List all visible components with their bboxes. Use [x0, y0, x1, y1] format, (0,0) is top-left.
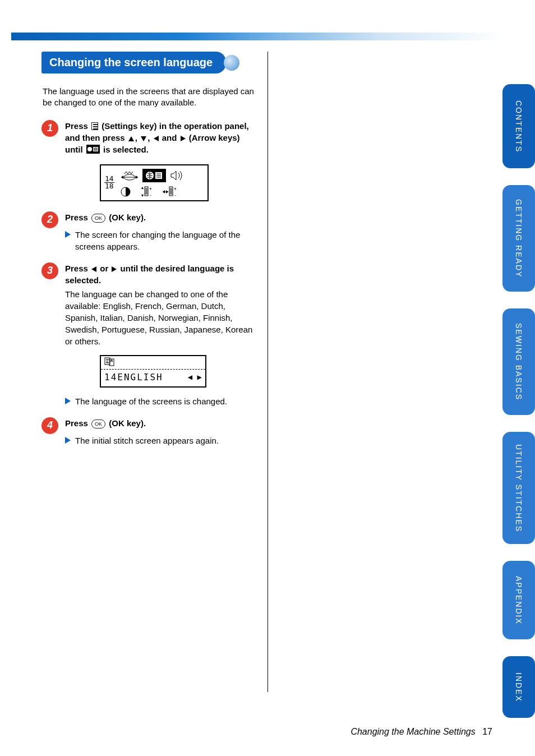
lcd-row-1 [120, 169, 185, 182]
step-4-title: Press OK (OK key). [65, 417, 255, 429]
intro-paragraph: The language used in the screens that ar… [43, 86, 255, 109]
language-icon-highlighted [142, 169, 166, 182]
top-gradient-rule [11, 33, 502, 40]
arrow-right-icon [112, 266, 117, 272]
step-2-number: 2 [47, 214, 53, 225]
step-3-text-b: or [100, 264, 110, 273]
contrast-icon [120, 186, 131, 197]
svg-text:-: - [174, 193, 177, 198]
tab-sewing-basics-label: SEWING BASICS [514, 323, 523, 400]
tab-contents[interactable]: CONTENTS [502, 84, 535, 168]
step-3-title: Press or until the desired language is s… [65, 262, 255, 286]
svg-marker-19 [141, 195, 144, 197]
width-icon: +- [162, 186, 178, 198]
svg-marker-26 [163, 190, 165, 193]
page-footer: Changing the Machine Settings 17 [350, 727, 492, 737]
step-4-text-a: Press [65, 418, 90, 428]
step-3-result: The language of the screens is changed. [65, 395, 255, 407]
arrow-right-icon [181, 136, 186, 141]
tension-icon [120, 169, 139, 182]
step-1-text-a: Press [65, 121, 90, 131]
svg-marker-27 [166, 190, 168, 193]
lcd-row-2: +- +- [120, 186, 178, 198]
thumb-tabs: CONTENTS GETTING READY SEWING BASICS UTI… [502, 84, 535, 735]
section-heading-text: Changing the screen language [49, 56, 213, 68]
tab-utility-stitches-label: UTILITY STITCHES [514, 444, 523, 532]
tab-getting-ready-label: GETTING READY [514, 199, 523, 278]
tab-index-label: INDEX [514, 672, 523, 702]
lcd-2-arrows: ◀ ▶ [188, 372, 202, 381]
step-4-number: 4 [47, 420, 53, 431]
language-glyph-icon [104, 357, 114, 366]
step-2-badge: 2 [41, 211, 58, 228]
arrow-left-icon [154, 136, 159, 141]
step-3-text-a: Press [65, 264, 90, 273]
step-3-body: The language can be changed to one of th… [65, 288, 255, 347]
right-column [268, 52, 489, 692]
arrow-left-icon [91, 266, 96, 272]
svg-rect-22 [169, 187, 173, 196]
buzzer-icon [169, 169, 185, 182]
svg-text:+: + [174, 186, 177, 191]
tab-contents-label: CONTENTS [514, 100, 523, 153]
step-2-text-a: Press [65, 213, 90, 222]
step-1-text-c: and [162, 133, 179, 142]
svg-marker-7 [121, 176, 123, 179]
lcd-2-language-text: 14ENGLISH [104, 372, 163, 382]
svg-rect-15 [145, 187, 148, 196]
svg-text:-: - [149, 193, 152, 198]
lcd-screen-2: 14ENGLISH ◀ ▶ [100, 355, 206, 388]
step-2-text-b: (OK key). [109, 213, 146, 222]
page-fraction: 14 18 [104, 176, 114, 190]
arrow-down-icon [141, 136, 146, 141]
needle-updown-icon: +- [139, 186, 154, 198]
step-1-badge: 1 [41, 120, 58, 137]
page-fraction-den: 18 [104, 183, 114, 190]
lcd-2-line: 14ENGLISH ◀ ▶ [101, 370, 205, 385]
ok-key-icon: OK [91, 214, 105, 223]
step-1-title: Press (Settings key) in the operation pa… [65, 120, 255, 155]
svg-text:+: + [149, 186, 152, 191]
section-heading: Changing the screen language [41, 52, 226, 73]
step-4-text-b: (OK key). [109, 418, 146, 428]
tab-getting-ready[interactable]: GETTING READY [502, 185, 535, 292]
step-3-text-c: until the desired language is selected. [65, 264, 234, 285]
step-1-number: 1 [47, 122, 53, 134]
language-menu-icon [86, 145, 100, 154]
svg-point-1 [87, 147, 92, 151]
step-4-badge: 4 [41, 417, 58, 434]
svg-marker-18 [141, 187, 144, 189]
left-column: Changing the screen language The languag… [41, 52, 263, 457]
svg-marker-8 [136, 176, 138, 179]
content-area: Changing the screen language The languag… [41, 52, 496, 692]
step-4: 4 Press OK (OK key). The initial stitch … [41, 417, 255, 446]
step-1: 1 Press (Settings key) in the operation … [41, 120, 255, 201]
arrow-up-icon [128, 136, 134, 141]
step-4-result: The initial stitch screen appears again. [65, 435, 255, 446]
step-3-badge: 3 [41, 262, 58, 279]
step-3-number: 3 [47, 265, 53, 276]
tab-appendix-label: APPENDIX [514, 576, 523, 625]
step-2-title: Press OK (OK key). [65, 211, 255, 223]
step-3: 3 Press or until the desired language is… [41, 262, 255, 407]
settings-key-icon [91, 122, 98, 130]
ok-key-icon: OK [91, 420, 105, 429]
footer-page-number: 17 [482, 727, 492, 736]
step-2-result: The screen for changing the language of … [65, 229, 255, 252]
footer-title: Changing the Machine Settings [350, 727, 475, 736]
lcd-2-top [101, 356, 205, 370]
tab-index[interactable]: INDEX [502, 656, 535, 718]
tab-sewing-basics[interactable]: SEWING BASICS [502, 308, 535, 415]
step-1-text-e: is selected. [103, 145, 149, 154]
lcd-screen-1: 14 18 +- +- [100, 164, 209, 201]
tab-utility-stitches[interactable]: UTILITY STITCHES [502, 432, 535, 544]
step-2: 2 Press OK (OK key). The screen for chan… [41, 211, 255, 252]
tab-appendix[interactable]: APPENDIX [502, 561, 535, 639]
